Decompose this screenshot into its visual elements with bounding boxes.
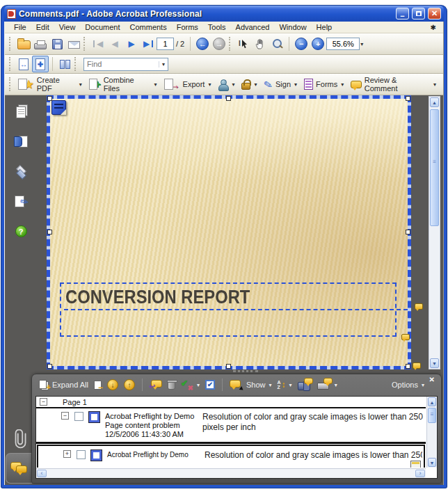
page-number-input[interactable] xyxy=(157,38,174,50)
scroll-down-button[interactable]: ▼ xyxy=(430,358,439,368)
next-page-button[interactable]: ▶ xyxy=(123,35,140,52)
nav-attachments-tab[interactable] xyxy=(14,429,26,452)
previous-view-button[interactable]: ← xyxy=(194,35,211,52)
selection-handle[interactable] xyxy=(47,364,52,369)
scroll-thumb[interactable]: ≡ xyxy=(430,109,439,226)
first-page-button[interactable]: ◀ xyxy=(90,35,106,52)
scroll-right-button[interactable]: › xyxy=(415,470,425,477)
scroll-up-button[interactable]: ▲ xyxy=(430,97,439,107)
next-view-button[interactable]: → xyxy=(211,35,227,52)
menu-comments[interactable]: Comments xyxy=(125,22,172,32)
selection-handle[interactable] xyxy=(406,364,410,369)
secure-button[interactable]: ▾ xyxy=(239,77,261,91)
comments-panel-tab[interactable] xyxy=(6,453,32,484)
selected-comment-row[interactable]: + Acrobat Preflight by Demo Resolution o… xyxy=(37,445,425,468)
hand-tool-button[interactable] xyxy=(252,35,269,52)
toolbar-grip[interactable] xyxy=(9,37,12,51)
last-page-button[interactable]: ▶ xyxy=(140,35,157,52)
toolbar-grip[interactable] xyxy=(9,57,12,71)
zoom-dropdown-caret[interactable]: ▾ xyxy=(360,41,363,47)
toolbar-grip[interactable] xyxy=(229,37,232,51)
toolbar-grip[interactable] xyxy=(83,37,86,51)
menu-forms[interactable]: Forms xyxy=(172,22,203,32)
select-tool-button[interactable]: I xyxy=(235,35,252,52)
panel-splitter-handle[interactable] xyxy=(233,370,258,372)
show-menu-button[interactable]: Show▾ xyxy=(230,380,272,390)
sticky-note-annotation-icon[interactable] xyxy=(51,100,66,115)
selection-handle[interactable] xyxy=(406,96,410,101)
previous-page-button[interactable]: ◀ xyxy=(106,35,123,52)
menu-file[interactable]: File xyxy=(9,22,31,32)
comment-marker-icon[interactable] xyxy=(401,334,410,340)
set-status-button[interactable]: ✔✖ ▾ xyxy=(181,380,200,390)
fit-page-button[interactable]: ✚ xyxy=(32,56,49,72)
comment-row[interactable]: − Acrobat Preflight by Demo Page content… xyxy=(36,408,426,443)
scroll-up-button[interactable]: ▲ xyxy=(428,397,436,406)
selection-handle[interactable] xyxy=(47,96,52,101)
comment-marker-icon[interactable] xyxy=(415,303,423,310)
nav-howto-tab[interactable]: ? xyxy=(11,221,31,241)
print-comments-button[interactable]: ▾ xyxy=(317,379,337,390)
note-popup-icon[interactable] xyxy=(410,461,421,468)
menu-advanced[interactable]: Advanced xyxy=(231,22,275,32)
menu-view[interactable]: View xyxy=(54,22,81,32)
nav-signatures-tab[interactable]: ✎ xyxy=(11,191,31,211)
menu-help[interactable]: Help xyxy=(312,22,337,32)
comment-checkbox[interactable] xyxy=(77,450,86,459)
toolbar-grip[interactable] xyxy=(9,77,12,91)
scrolling-mode-button[interactable]: ↔ xyxy=(15,56,32,72)
expand-all-button[interactable]: + Expand All xyxy=(39,380,88,390)
options-menu-button[interactable]: Options▾ xyxy=(392,381,424,389)
zoom-level-input[interactable] xyxy=(326,38,360,50)
sign-button[interactable]: ✎ Sign▾ xyxy=(261,78,301,91)
previous-comment-button[interactable]: ↑ xyxy=(124,379,135,390)
titlebar[interactable]: Comments.pdf - Adobe Acrobat Professiona… xyxy=(4,6,444,22)
page-selection-frame[interactable]: CONVERSION REPORT CONVERSION REPORT xyxy=(47,95,411,369)
selection-handle[interactable] xyxy=(47,230,52,234)
minimize-button[interactable]: − xyxy=(396,8,409,19)
search-comments-button[interactable] xyxy=(298,380,312,390)
print-button[interactable] xyxy=(32,35,49,52)
save-button[interactable] xyxy=(49,35,65,52)
combine-files-button[interactable]: + Combine Files▾ xyxy=(86,74,161,94)
scroll-thumb[interactable]: ≡ xyxy=(428,408,436,423)
menu-window[interactable]: Window xyxy=(274,22,311,32)
maximize-button[interactable] xyxy=(412,8,425,19)
delete-comment-button[interactable] xyxy=(168,380,175,390)
selection-handle[interactable] xyxy=(226,364,231,369)
zoom-in-button[interactable]: + xyxy=(310,35,326,52)
nav-pages-tab[interactable] xyxy=(11,102,31,122)
close-panel-button[interactable]: ✕ xyxy=(429,376,435,383)
zoom-out-button[interactable]: − xyxy=(293,35,310,52)
toolbar-grip[interactable] xyxy=(74,57,77,71)
document-vscrollbar[interactable]: ▲ ≡ ▼ xyxy=(429,96,440,369)
collapse-page-group-box[interactable]: − xyxy=(40,398,47,406)
find-input[interactable] xyxy=(84,60,158,68)
nav-bookmarks-tab[interactable] xyxy=(11,132,31,151)
collaborate-button[interactable]: ▾ xyxy=(215,78,239,91)
menu-tools[interactable]: Tools xyxy=(203,22,231,32)
next-comment-button[interactable]: ↓ xyxy=(107,379,118,390)
find-dropdown-caret[interactable]: ▾ xyxy=(159,61,168,67)
selection-handle[interactable] xyxy=(226,96,231,101)
scroll-left-button[interactable]: ‹ xyxy=(37,470,47,477)
reply-button[interactable]: ↩ xyxy=(150,380,162,390)
selection-handle[interactable] xyxy=(406,230,410,234)
sort-menu-button[interactable]: AZ ↕ ▾ xyxy=(278,380,292,390)
email-button[interactable] xyxy=(65,35,82,52)
expand-comment-box[interactable]: + xyxy=(63,450,71,458)
comments-vscrollbar[interactable]: ▲ ≡ ▼ xyxy=(426,397,437,468)
zoom-marquee-button[interactable] xyxy=(269,35,285,52)
comment-marker-icon[interactable] xyxy=(413,362,421,369)
pdf-page[interactable]: CONVERSION REPORT CONVERSION REPORT xyxy=(50,99,408,366)
two-page-view-button[interactable] xyxy=(56,56,73,72)
close-button[interactable]: ✕ xyxy=(428,8,441,19)
forms-button[interactable]: Forms▾ xyxy=(301,77,348,91)
create-pdf-button[interactable]: ★ Create PDF▾ xyxy=(15,74,86,94)
menu-overflow-icon[interactable]: ✱ xyxy=(431,24,439,31)
menu-document[interactable]: Document xyxy=(80,22,125,32)
scroll-down-button[interactable]: ▼ xyxy=(428,458,436,467)
menu-edit[interactable]: Edit xyxy=(31,22,54,32)
review-comment-button[interactable]: Review & Comment▾ xyxy=(348,74,440,94)
collapse-all-button[interactable] xyxy=(94,381,102,390)
